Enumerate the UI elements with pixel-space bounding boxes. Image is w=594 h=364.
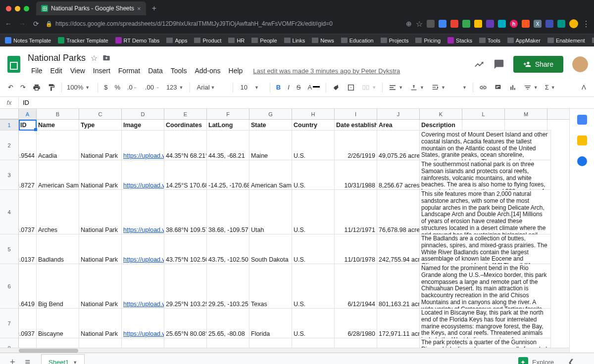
italic-button[interactable]: I: [285, 82, 293, 93]
collapse-toolbar-button[interactable]: ᐱ: [579, 82, 589, 93]
row-header[interactable]: 1: [0, 120, 19, 131]
menu-edit[interactable]: Edit: [47, 65, 66, 77]
col-header[interactable]: F: [207, 109, 249, 119]
header-cell[interactable]: Date established: [335, 120, 377, 131]
increase-decimal-button[interactable]: .00→: [142, 82, 162, 93]
row-header[interactable]: 2: [0, 131, 19, 160]
explore-button[interactable]: ✦ Explore: [512, 354, 560, 364]
sheets-logo[interactable]: [4, 54, 24, 74]
cell[interactable]: U.S.: [292, 131, 335, 160]
menu-file[interactable]: File: [28, 65, 46, 77]
avatar[interactable]: [572, 56, 588, 72]
header-cell[interactable]: Image: [122, 120, 164, 131]
cell[interactable]: Florida: [249, 309, 292, 338]
cell[interactable]: 0.9544: [19, 131, 37, 160]
bookmark-item[interactable]: HR: [228, 38, 245, 44]
cell[interactable]: National Park: [79, 160, 122, 190]
header-cell[interactable]: LatLong: [207, 120, 249, 131]
col-header[interactable]: I: [335, 109, 377, 119]
comment-button[interactable]: [491, 82, 505, 93]
currency-button[interactable]: $: [101, 82, 110, 93]
col-header[interactable]: B: [37, 109, 79, 119]
undo-button[interactable]: ↶: [5, 82, 16, 93]
fill-color-button[interactable]: [329, 82, 343, 93]
menu-format[interactable]: Format: [115, 65, 144, 77]
menu-insert[interactable]: Insert: [90, 65, 114, 77]
ext-icon-12[interactable]: [557, 20, 565, 28]
close-tab-icon[interactable]: ×: [137, 5, 141, 12]
cell[interactable]: 0.0737: [19, 190, 37, 234]
minimize-window-button[interactable]: [15, 6, 20, 11]
row-header[interactable]: 7: [0, 309, 19, 338]
cell[interactable]: Badlands: [37, 234, 79, 264]
cell[interactable]: U.S.: [292, 160, 335, 190]
wrap-button[interactable]: ▼: [428, 82, 448, 93]
profile-chip[interactable]: [569, 19, 578, 28]
ext-icon-3[interactable]: [450, 20, 458, 28]
col-header[interactable]: G: [249, 109, 292, 119]
ext-icon-1[interactable]: [427, 20, 435, 28]
cell[interactable]: This site features more than 2,000 natur…: [420, 190, 551, 234]
cell[interactable]: 29.25, -103.25: [207, 264, 249, 309]
cell[interactable]: Texas: [249, 264, 292, 309]
menu-add-ons[interactable]: Add-ons: [191, 65, 224, 77]
menu-data[interactable]: Data: [145, 65, 166, 77]
cell[interactable]: 25.65, -80.08: [207, 309, 249, 338]
percent-button[interactable]: %: [111, 82, 123, 93]
chart-button[interactable]: [506, 82, 520, 93]
sheet-tab[interactable]: Sheet1▼: [41, 354, 85, 364]
menu-icon[interactable]: ⋮: [582, 19, 590, 29]
redo-button[interactable]: ↷: [17, 82, 29, 93]
cell[interactable]: https://upload.wi: [122, 190, 164, 234]
cell[interactable]: U.S.: [292, 309, 335, 338]
cells-grid[interactable]: IDNameTypeImageCoordinatesLatLongStateCo…: [19, 120, 551, 353]
bookmark-item[interactable]: Links: [284, 38, 305, 44]
text-color-button[interactable]: A: [305, 82, 323, 93]
cell[interactable]: https://upload.wi: [122, 309, 164, 338]
close-window-button[interactable]: [6, 6, 11, 11]
borders-button[interactable]: [344, 82, 358, 93]
cell[interactable]: Big Bend: [37, 264, 79, 309]
row-header[interactable]: 6: [0, 264, 19, 309]
cell[interactable]: 11/12/1971: [335, 190, 377, 234]
col-header[interactable]: A: [19, 109, 37, 119]
col-header[interactable]: D: [122, 109, 164, 119]
ext-icon-4[interactable]: [462, 20, 470, 28]
zoom-icon[interactable]: ⊕: [406, 20, 412, 28]
bookmark-item[interactable]: Product: [194, 38, 221, 44]
cell[interactable]: https://upload.wi: [122, 160, 164, 190]
formula-input[interactable]: ID: [19, 99, 594, 106]
menu-help[interactable]: Help: [225, 65, 247, 77]
h-align-button[interactable]: ▼: [386, 82, 406, 93]
font-select[interactable]: Arial▼: [193, 83, 230, 92]
ext-icon-2[interactable]: [439, 20, 446, 28]
ext-icon-9[interactable]: [522, 20, 530, 28]
cell[interactable]: 49,075.26 acres: [377, 131, 420, 160]
cell[interactable]: U.S.: [292, 234, 335, 264]
horizontal-scrollbar[interactable]: [0, 348, 569, 353]
cell[interactable]: The southernmost national park is on thr…: [420, 160, 551, 190]
ext-icon-5[interactable]: [474, 20, 482, 28]
cell[interactable]: National Park: [79, 131, 122, 160]
ext-icon-6[interactable]: [486, 20, 494, 28]
cell[interactable]: Arches: [37, 190, 79, 234]
activity-icon[interactable]: [474, 59, 485, 70]
cell[interactable]: 43.75, -102.50: [207, 234, 249, 264]
bookmark-item[interactable]: News: [312, 38, 334, 44]
cell[interactable]: 801,163.21 acre: [377, 264, 420, 309]
add-sheet-button[interactable]: +: [5, 354, 20, 364]
cell[interactable]: Named for the prominent bend in the Rio …: [420, 264, 551, 309]
strikethrough-button[interactable]: S: [294, 82, 304, 93]
forward-button[interactable]: →: [18, 20, 27, 28]
header-cell[interactable]: Coordinates: [164, 120, 207, 131]
url-field[interactable]: 🔒 https://docs.google.com/spreadsheets/d…: [46, 20, 401, 27]
cell[interactable]: South Dakota: [249, 234, 292, 264]
cell[interactable]: 29.25°N 103.25: [164, 264, 207, 309]
cell[interactable]: National Park: [79, 234, 122, 264]
tasks-icon[interactable]: [577, 156, 587, 166]
row-header[interactable]: 3: [0, 160, 19, 190]
cell[interactable]: 25.65°N 80.08°W: [164, 309, 207, 338]
ext-icon-11[interactable]: [545, 20, 553, 28]
reload-button[interactable]: ⟳: [32, 20, 41, 28]
cell[interactable]: 44.35, -68.21: [207, 131, 249, 160]
